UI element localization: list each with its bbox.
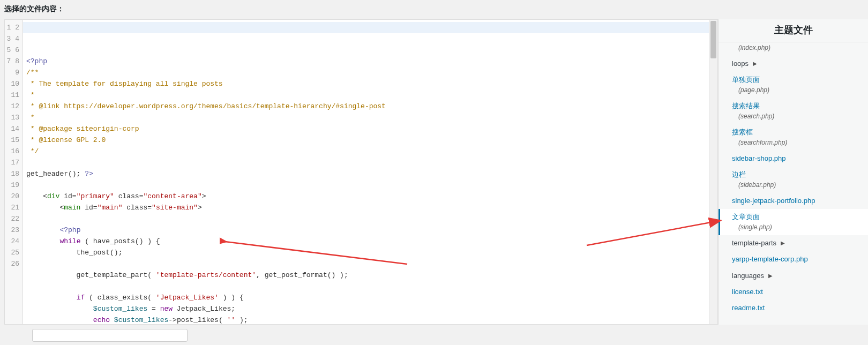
file-item-filename: (page.php) <box>732 86 860 95</box>
code-area[interactable]: <?php /** * The template for displaying … <box>23 20 709 324</box>
file-item[interactable]: template-parts ▶ <box>719 235 868 251</box>
file-item-label: loops <box>732 59 749 68</box>
file-item[interactable]: license.txt <box>719 284 868 300</box>
caret-right-icon: ▶ <box>781 239 785 247</box>
file-item-filename: (search.php) <box>732 112 860 121</box>
file-item[interactable]: readme.txt <box>719 300 868 316</box>
file-item-label: readme.txt <box>732 304 765 312</box>
file-item-label: 单独页面 <box>732 76 760 84</box>
file-item-label: license.txt <box>732 288 763 296</box>
file-item-filename: (single.php) <box>732 223 860 232</box>
file-item-filename: (index.php) <box>732 43 860 52</box>
editor-panel: 1 2 3 4 5 6 7 8 9 10 11 12 13 14 15 16 1… <box>0 19 718 325</box>
scrollbar-thumb[interactable] <box>710 21 716 58</box>
file-item-label: yarpp-template-corp.php <box>732 255 808 263</box>
file-item-label: 搜索结果 <box>732 102 760 110</box>
caret-right-icon: ▶ <box>768 272 773 280</box>
file-item[interactable]: 边栏(sidebar.php) <box>719 167 868 193</box>
file-list: (index.php)loops ▶单独页面(page.php)搜索结果(sea… <box>719 42 868 325</box>
footer-input[interactable] <box>32 329 188 342</box>
file-item[interactable]: sidebar-shop.php <box>719 151 868 167</box>
file-item-label: 搜索框 <box>732 128 753 136</box>
file-item-label: sidebar-shop.php <box>732 154 785 162</box>
code-editor[interactable]: 1 2 3 4 5 6 7 8 9 10 11 12 13 14 15 16 1… <box>4 19 718 325</box>
file-item-label: 文章页面 <box>732 213 760 221</box>
file-item[interactable]: yarpp-template-corp.php <box>719 251 868 267</box>
footer-area <box>0 325 868 345</box>
vertical-scrollbar[interactable] <box>709 20 717 324</box>
theme-files-sidebar: 主题文件 (index.php)loops ▶单独页面(page.php)搜索结… <box>718 19 868 325</box>
page-subtitle: 选择的文件内容： <box>0 0 868 19</box>
file-item-label: template-parts <box>732 239 776 247</box>
active-line-highlight <box>23 22 709 33</box>
file-item-label: languages <box>732 272 764 280</box>
file-item-filename: (sidebar.php) <box>732 181 860 190</box>
file-item[interactable]: loops ▶ <box>719 56 868 72</box>
file-item-selected[interactable]: 文章页面(single.php) <box>719 209 868 235</box>
file-item[interactable]: 搜索结果(search.php) <box>719 98 868 124</box>
file-item[interactable]: (index.php) <box>719 43 868 56</box>
file-item[interactable]: 单独页面(page.php) <box>719 72 868 98</box>
line-gutter: 1 2 3 4 5 6 7 8 9 10 11 12 13 14 15 16 1… <box>5 20 23 324</box>
file-item[interactable]: languages ▶ <box>719 268 868 284</box>
file-item[interactable]: single-jetpack-portfolio.php <box>719 193 868 209</box>
sidebar-title: 主题文件 <box>719 19 868 42</box>
caret-right-icon: ▶ <box>753 60 757 68</box>
file-item-label: single-jetpack-portfolio.php <box>732 197 815 205</box>
file-item[interactable]: 搜索框(searchform.php) <box>719 124 868 151</box>
file-item-label: 边栏 <box>732 170 746 178</box>
file-item-filename: (searchform.php) <box>732 138 860 147</box>
